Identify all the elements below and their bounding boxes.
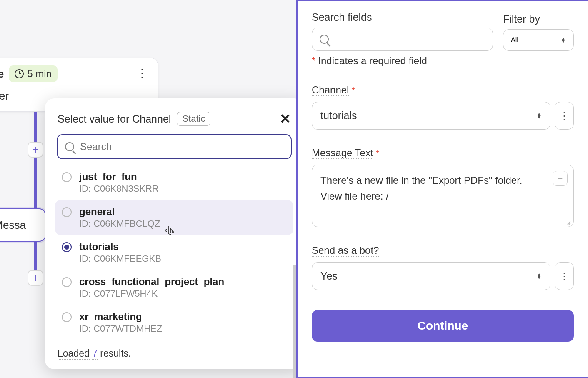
channel-options-list[interactable]: just_for_funID: C06K8N3SKRRgeneralID: C0… [51, 165, 298, 340]
option-name: just_for_fun [79, 171, 159, 183]
option-name: general [79, 206, 160, 218]
bot-more-button[interactable]: ⋮ [555, 262, 574, 290]
popover-title: Select value for Channel [58, 113, 171, 125]
option-name: xr_marketing [79, 311, 162, 323]
option-name: cross_functional_project_plan [79, 276, 224, 288]
popover-footer: Loaded 7 results. [45, 340, 303, 369]
add-step-button[interactable]: + [28, 142, 43, 158]
option-id: ID: C077LFW5H4K [79, 288, 224, 299]
channel-select[interactable]: tutorials ▲▼ [312, 102, 550, 130]
channel-option[interactable]: generalID: C06KMFBCLQZ [55, 200, 293, 235]
option-id: ID: C077WTDMHEZ [79, 323, 162, 334]
chevron-updown-icon: ▲▼ [560, 38, 566, 43]
search-icon [65, 142, 74, 151]
search-input[interactable] [80, 141, 283, 153]
connector-line [34, 242, 37, 270]
popover-search-field[interactable] [57, 134, 292, 159]
radio-icon [62, 172, 72, 182]
message-textarea[interactable]: There's a new file in the "Export PDFs" … [312, 165, 574, 227]
channel-option[interactable]: just_for_funID: C06K8N3SKRR [55, 165, 293, 200]
resize-handle-icon[interactable] [565, 218, 571, 224]
trigger-source-badge: rive [0, 68, 4, 80]
radio-icon [62, 207, 72, 217]
option-name: tutorials [79, 241, 161, 253]
radio-icon [62, 277, 72, 287]
continue-button[interactable]: Continue [312, 310, 574, 342]
message-line: There's a new file in the "Export PDFs" … [320, 173, 565, 188]
more-menu-icon[interactable]: ⋮ [136, 70, 149, 76]
message-line: View file here: / [320, 188, 565, 204]
bot-field-label: Send as a bot? [312, 245, 379, 257]
insert-token-button[interactable]: + [553, 171, 568, 186]
option-id: ID: C06KMFEEGKB [79, 253, 161, 264]
config-panel: Search fields Filter by All ▲▼ *Indicate… [296, 0, 588, 378]
bot-value: Yes [320, 270, 338, 282]
channel-select-popover: Select value for Channel Static ✕ just_f… [45, 98, 303, 369]
search-fields-label: Search fields [312, 11, 493, 23]
filter-select[interactable]: All ▲▼ [503, 29, 574, 51]
search-icon [320, 35, 329, 44]
channel-option[interactable]: xr_marketingID: C077WTDMHEZ [55, 305, 293, 340]
chevron-updown-icon: ▲▼ [536, 113, 542, 118]
channel-option[interactable]: tutorialsID: C06KMFEEGKB [55, 235, 293, 270]
option-id: ID: C06K8N3SKRR [79, 183, 159, 194]
required-note: *Indicates a required field [312, 55, 574, 67]
close-icon[interactable]: ✕ [280, 111, 291, 127]
channel-value: tutorials [320, 110, 357, 122]
clock-icon [15, 69, 24, 78]
option-id: ID: C06KMFBCLQZ [79, 218, 160, 229]
add-step-button[interactable]: + [28, 270, 43, 286]
channel-field-label: Channel [312, 84, 349, 96]
radio-icon [62, 242, 72, 252]
connector-line [34, 112, 37, 142]
trigger-interval-badge: 5 min [9, 65, 58, 82]
channel-more-button[interactable]: ⋮ [555, 102, 574, 130]
channel-option[interactable]: cross_functional_project_planID: C077LFW… [55, 270, 293, 305]
trigger-interval-text: 5 min [27, 68, 52, 80]
action-node-label: el Messa [0, 219, 26, 232]
search-fields-input[interactable] [312, 28, 493, 51]
connector-line [34, 158, 37, 208]
filter-label: Filter by [503, 13, 574, 25]
bot-select[interactable]: Yes ▲▼ [312, 262, 550, 290]
filter-value: All [511, 36, 518, 44]
action-node[interactable]: el Messa [0, 208, 46, 242]
message-field-label: Message Text [312, 147, 373, 159]
mode-badge[interactable]: Static [177, 112, 210, 126]
chevron-updown-icon: ▲▼ [536, 273, 542, 279]
radio-icon [62, 312, 72, 322]
